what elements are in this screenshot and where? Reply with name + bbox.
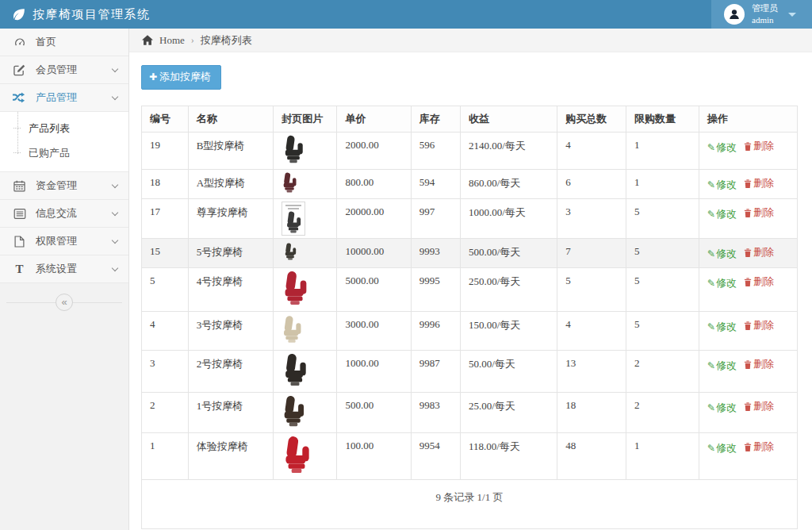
cell-price: 20000.00 [337,199,411,239]
column-header: 购买总数 [557,106,626,132]
delete-label: 删除 [753,176,774,190]
delete-link[interactable]: 删除 [744,318,774,332]
table-row: 17尊享按摩椅20000.009971000.00/每天35✎修改删除 [142,199,798,239]
brand[interactable]: 按摩椅项目管理系统 [0,0,151,29]
edit-link[interactable]: ✎修改 [707,401,737,415]
cell-purchase-limit: 5 [626,268,699,312]
cell-actions: ✎修改删除 [699,199,797,239]
sidebar-item-members[interactable]: 会员管理 [0,56,128,84]
collapse-icon[interactable]: « [56,294,73,311]
edit-link[interactable]: ✎修改 [707,276,737,290]
cell-cover-image [274,393,337,433]
pencil-icon: ✎ [707,360,715,372]
edit-label: 修改 [716,276,737,290]
delete-link[interactable]: 删除 [744,245,774,259]
sidebar-subitem-purchased-products[interactable]: 已购产品 [0,140,128,165]
massage-chair-image [282,464,312,476]
cell-price: 5000.00 [337,268,411,312]
delete-link[interactable]: 删除 [744,440,774,454]
sidebar-collapse[interactable]: « [0,290,128,315]
pencil-icon: ✎ [707,248,715,260]
sidebar-item-permissions[interactable]: 权限管理 [0,228,128,255]
sidebar-item-home[interactable]: 首页 [0,29,128,56]
cell-name: 2号按摩椅 [188,351,274,393]
edit-link[interactable]: ✎修改 [707,320,737,334]
cell-id: 1 [142,433,189,480]
chevron-down-icon [112,93,118,99]
add-massage-chair-button[interactable]: ✚ 添加按摩椅 [141,65,221,90]
edit-link[interactable]: ✎修改 [707,178,737,192]
topbar: 按摩椅项目管理系统 管理员 admin [0,0,812,29]
cell-purchase-limit: 2 [626,393,699,433]
trash-icon [744,142,752,151]
edit-link[interactable]: ✎修改 [707,140,737,155]
list-icon [12,209,27,219]
add-button-label: 添加按摩椅 [159,70,211,84]
edit-link[interactable]: ✎修改 [707,441,737,455]
cell-id: 18 [142,170,189,199]
sidebar-subitem-product-list[interactable]: 产品列表 [0,116,128,140]
sidebar-item-label: 资金管理 [36,179,77,193]
cell-purchase-limit: 5 [626,199,699,239]
cell-id: 3 [142,351,189,393]
delete-link[interactable]: 删除 [744,357,774,371]
cell-profit: 250.00/每天 [460,268,557,312]
cell-profit: 1000.00/每天 [460,199,557,239]
chevron-down-icon [112,65,118,71]
delete-link[interactable]: 删除 [744,399,774,413]
cell-profit: 2140.00/每天 [460,132,557,170]
tree-dash [13,152,21,153]
delete-link[interactable]: 删除 [744,205,774,220]
cell-purchase-total: 4 [557,132,626,170]
massage-chair-image [282,296,308,308]
delete-link[interactable]: 删除 [744,275,774,289]
table-row: 43号按摩椅3000.009996150.00/每天45✎修改删除 [142,312,798,351]
cell-purchase-limit: 5 [626,312,699,351]
home-icon[interactable] [142,35,153,45]
massage-chair-poster-image [282,202,305,236]
cell-actions: ✎修改删除 [699,351,797,393]
cell-price: 1000.00 [337,351,411,393]
table-header-row: 编号名称封页图片单价库存收益购买总数限购数量操作 [142,106,798,132]
record-count: 9 条记录 1/1 页 [142,480,798,529]
main-area: Home › 按摩椅列表 ✚ 添加按摩椅 编号名称封页图片单价库存收益购买总数限… [129,29,812,530]
content: ✚ 添加按摩椅 编号名称封页图片单价库存收益购买总数限购数量操作 19B型按摩椅… [129,52,812,529]
delete-label: 删除 [753,399,774,413]
dashboard-icon [12,36,27,48]
sidebar-item-messages[interactable]: 信息交流 [0,200,128,228]
table-row: 19B型按摩椅2000.005962140.00/每天41✎修改删除 [142,132,798,170]
cell-price: 3000.00 [337,312,411,351]
delete-link[interactable]: 删除 [744,176,774,190]
trash-icon [744,402,752,411]
delete-label: 删除 [753,440,774,454]
pencil-icon: ✎ [707,321,715,333]
cell-purchase-limit: 1 [626,170,699,199]
cell-cover-image [274,312,337,351]
cell-actions: ✎修改删除 [699,312,797,351]
delete-link[interactable]: 删除 [744,139,774,153]
edit-link[interactable]: ✎修改 [707,207,737,221]
column-header: 单价 [337,106,411,132]
edit-label: 修改 [716,178,737,192]
caret-down-icon [788,13,796,17]
cell-price: 100.00 [337,433,411,480]
table-row: 18A型按摩椅800.00594860.00/每天61✎修改删除 [142,170,798,199]
sidebar-item-label: 权限管理 [36,234,77,248]
cell-name: 尊享按摩椅 [188,199,274,239]
cell-actions: ✎修改删除 [699,132,797,170]
edit-link[interactable]: ✎修改 [707,359,737,373]
user-menu[interactable]: 管理员 admin [711,0,812,29]
sidebar-item-funds[interactable]: 资金管理 [0,172,128,200]
cell-actions: ✎修改删除 [699,268,797,312]
massage-chair-image [282,183,297,195]
column-header: 名称 [188,106,274,132]
avatar [724,4,745,25]
sidebar-item-products[interactable]: 产品管理 [0,84,128,112]
breadcrumb-home[interactable]: Home [159,34,185,47]
trash-icon [744,278,752,286]
cell-name: B型按摩椅 [188,132,274,170]
sidebar-item-settings[interactable]: T系统设置 [0,255,128,283]
edit-link[interactable]: ✎修改 [707,247,737,261]
layout: 首页会员管理产品管理产品列表已购产品资金管理信息交流权限管理T系统设置 « Ho… [0,29,812,530]
cell-cover-image [274,268,337,312]
